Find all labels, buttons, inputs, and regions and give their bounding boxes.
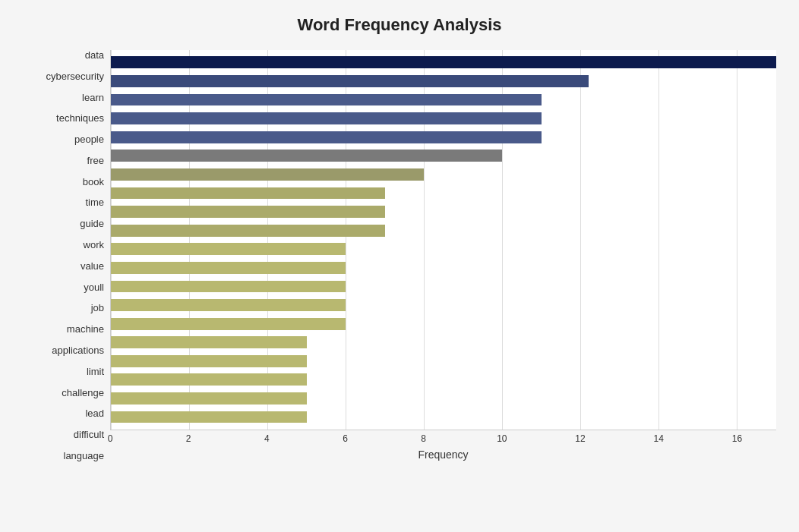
bar-row [111, 370, 776, 389]
y-label: youll [84, 282, 104, 292]
y-label: learn [82, 93, 104, 102]
bar-row [111, 296, 776, 315]
bar [111, 411, 307, 423]
bar [111, 262, 346, 274]
bar-row [111, 389, 776, 408]
x-tick: 8 [421, 433, 426, 444]
y-label: language [64, 451, 105, 461]
x-tick: 2 [186, 433, 191, 444]
bar [111, 281, 346, 293]
bar [111, 243, 346, 255]
y-label: techniques [56, 113, 104, 123]
bar-row [111, 408, 776, 427]
y-label: data [85, 50, 104, 60]
chart-container: Word Frequency Analysis datacybersecurit… [0, 0, 799, 532]
x-axis: 0246810121416 [110, 430, 776, 445]
bar [111, 392, 307, 405]
y-label: time [85, 197, 104, 207]
x-axis-label: Frequency [110, 449, 776, 461]
bar [111, 187, 385, 200]
bar-row [111, 221, 776, 240]
y-label: book [83, 177, 104, 187]
bar [111, 206, 385, 218]
bar-row [111, 203, 776, 222]
bar-row [111, 240, 776, 259]
bar [111, 56, 776, 68]
x-tick: 6 [343, 433, 348, 444]
bar [111, 131, 542, 143]
bar-row [111, 184, 776, 203]
bar-row [111, 146, 776, 165]
bar-row [111, 259, 776, 278]
bar [111, 355, 307, 367]
y-label: applications [52, 345, 104, 355]
x-tick: 0 [108, 433, 113, 444]
bar-row [111, 90, 776, 109]
bar [111, 373, 307, 386]
bar-row [111, 109, 776, 128]
bar-row [111, 277, 776, 296]
bar-row [111, 72, 776, 91]
y-label: value [81, 261, 104, 271]
y-label: cybersecurity [46, 71, 104, 81]
bar-row [111, 314, 776, 333]
bar [111, 225, 385, 237]
x-tick: 12 [575, 433, 585, 444]
bars-and-xaxis: 0246810121416 Frequency [110, 50, 776, 461]
chart-area: datacybersecuritylearntechniquespeoplefr… [23, 50, 776, 461]
y-label: job [91, 303, 104, 313]
x-tick: 4 [264, 433, 270, 444]
y-label: machine [67, 324, 104, 334]
y-label: difficult [74, 430, 104, 439]
bar-row [111, 352, 776, 371]
y-axis-labels: datacybersecuritylearntechniquespeoplefr… [23, 50, 110, 461]
x-tick: 14 [654, 433, 664, 444]
bar [111, 318, 346, 330]
y-label: free [87, 156, 104, 165]
bar [111, 112, 542, 124]
y-label: limit [87, 367, 104, 376]
bar-row [111, 165, 776, 184]
bar [111, 94, 542, 106]
bar [111, 299, 346, 311]
bars-wrapper [110, 50, 776, 430]
y-label: work [84, 240, 104, 250]
bar [111, 168, 424, 181]
y-label: challenge [62, 388, 104, 398]
bar [111, 75, 589, 87]
bar [111, 150, 502, 162]
x-tick: 16 [732, 433, 742, 444]
bar [111, 336, 307, 348]
x-tick: 10 [497, 433, 507, 444]
y-label: people [74, 134, 104, 144]
chart-title: Word Frequency Analysis [23, 15, 776, 35]
y-label: lead [85, 408, 104, 418]
bar-row [111, 333, 776, 352]
bar-row [111, 127, 776, 146]
y-label: guide [80, 219, 104, 228]
bar-row [111, 53, 776, 72]
